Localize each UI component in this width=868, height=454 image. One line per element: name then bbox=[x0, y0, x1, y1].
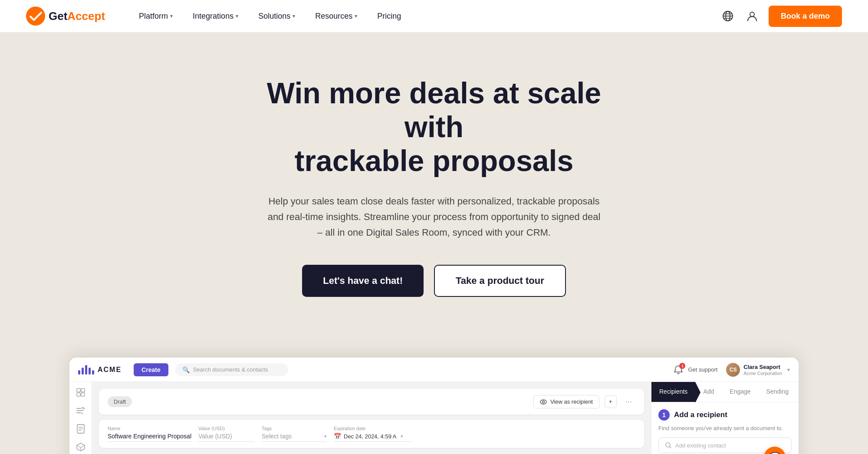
doc-header-right: View as recipient ▾ ··· bbox=[533, 395, 635, 408]
app-main: Draft View as recipient ▾ ··· bbox=[69, 382, 799, 454]
get-support-label: Get support bbox=[688, 366, 717, 373]
expiry-value: Dec 24, 2024, 4:59 A bbox=[344, 433, 396, 440]
doc-field-row: Name Software Engineering Proposal Value… bbox=[108, 426, 635, 442]
add-recipient-heading: Add a recipient bbox=[674, 411, 727, 419]
doc-tags-field: Tags Select tags ▾ bbox=[262, 426, 327, 442]
nav-item-resources[interactable]: Resources ▾ bbox=[307, 8, 365, 24]
svg-rect-9 bbox=[77, 393, 80, 396]
user-chevron-icon: ▾ bbox=[787, 367, 790, 373]
chevron-down-icon: ▾ bbox=[355, 13, 357, 19]
logo-text: GetAccept bbox=[49, 10, 105, 23]
doc-more-button[interactable]: ··· bbox=[622, 395, 635, 408]
hero-buttons: Let's have a chat! Take a product tour bbox=[26, 265, 842, 297]
user-icon[interactable] bbox=[744, 8, 760, 24]
sidebar-icon-document[interactable] bbox=[74, 424, 88, 434]
app-preview: ACME Create 🔍 Search documents & contact… bbox=[69, 358, 799, 454]
svg-point-16 bbox=[540, 400, 546, 404]
right-panel-tabs: Recipients Add Engage Sending bbox=[651, 382, 799, 402]
nav-right: Book a demo bbox=[720, 6, 842, 27]
add-recipient-desc: Find someone you've already sent a docum… bbox=[658, 425, 792, 431]
chevron-down-icon: ▾ bbox=[236, 13, 238, 19]
search-icon: 🔍 bbox=[182, 366, 190, 373]
app-logo: ACME bbox=[78, 365, 122, 375]
doc-panel: Draft View as recipient ▾ ··· bbox=[92, 382, 651, 454]
doc-header: Draft View as recipient ▾ ··· bbox=[99, 389, 644, 415]
get-support-button[interactable]: 1 Get support bbox=[672, 364, 717, 376]
svg-line-19 bbox=[670, 447, 671, 448]
sidebar-icon-arrows[interactable] bbox=[74, 405, 88, 416]
tags-placeholder: Select tags bbox=[262, 433, 292, 440]
right-panel: Recipients Add Engage Sending 1 Ad bbox=[651, 382, 799, 454]
name-value[interactable]: Software Engineering Proposal bbox=[108, 433, 191, 442]
doc-chevron-button[interactable]: ▾ bbox=[605, 395, 617, 408]
tags-chevron-icon: ▾ bbox=[324, 434, 327, 439]
app-logo-bars-icon bbox=[78, 365, 94, 375]
app-preview-wrapper: ACME Create 🔍 Search documents & contact… bbox=[0, 358, 868, 454]
app-create-button[interactable]: Create bbox=[134, 363, 168, 376]
chevron-down-icon: ▾ bbox=[170, 13, 173, 19]
svg-rect-10 bbox=[81, 393, 85, 396]
value-input[interactable]: Value (USD) bbox=[198, 433, 255, 442]
chevron-down-icon: ▾ bbox=[293, 13, 295, 19]
user-info: Clara Seaport Acme Corporation bbox=[743, 364, 782, 376]
name-label: Name bbox=[108, 426, 191, 431]
app-search-placeholder: Search documents & contacts bbox=[193, 366, 268, 373]
app-search-bar[interactable]: 🔍 Search documents & contacts bbox=[175, 363, 288, 376]
hero-title: Win more deals at scale with trackable p… bbox=[239, 76, 629, 178]
value-label: Value (USD) bbox=[198, 426, 255, 431]
notification-bell-icon: 1 bbox=[672, 364, 684, 376]
svg-point-0 bbox=[26, 7, 45, 26]
view-recipient-button[interactable]: View as recipient bbox=[533, 395, 599, 408]
add-recipient-title: 1 Add a recipient bbox=[658, 409, 792, 421]
user-company: Acme Corporation bbox=[743, 371, 782, 376]
svg-point-17 bbox=[542, 401, 544, 403]
nav-item-platform[interactable]: Platform ▾ bbox=[131, 8, 181, 24]
tab-engage[interactable]: Engage bbox=[722, 382, 758, 402]
tab-recipients[interactable]: Recipients bbox=[651, 382, 695, 402]
sidebar-icon-grid[interactable] bbox=[74, 387, 88, 398]
nav-links: Platform ▾ Integrations ▾ Solutions ▾ Re… bbox=[131, 8, 720, 24]
expiry-date[interactable]: 📅 Dec 24, 2024, 4:59 A ▾ bbox=[334, 433, 412, 442]
app-topbar: ACME Create 🔍 Search documents & contact… bbox=[69, 358, 799, 382]
navbar: GetAccept Platform ▾ Integrations ▾ Solu… bbox=[0, 0, 868, 33]
tags-select[interactable]: Select tags ▾ bbox=[262, 433, 327, 442]
doc-fields: Name Software Engineering Proposal Value… bbox=[99, 420, 644, 448]
right-panel-body: 1 Add a recipient Find someone you've al… bbox=[651, 402, 799, 454]
expiry-chevron-icon: ▾ bbox=[401, 434, 403, 439]
draft-badge: Draft bbox=[108, 396, 132, 407]
doc-name-field: Name Software Engineering Proposal bbox=[108, 426, 191, 442]
logo[interactable]: GetAccept bbox=[26, 7, 105, 26]
hero-subtitle: Help your sales team close deals faster … bbox=[265, 194, 603, 241]
tags-label: Tags bbox=[262, 426, 327, 431]
tab-sending[interactable]: Sending bbox=[759, 382, 796, 402]
expiry-label: Expiration date bbox=[334, 426, 412, 431]
user-profile-area[interactable]: CS Clara Seaport Acme Corporation ▾ bbox=[726, 363, 790, 377]
nav-item-solutions[interactable]: Solutions ▾ bbox=[250, 8, 303, 24]
globe-icon[interactable] bbox=[720, 8, 736, 24]
book-demo-button[interactable]: Book a demo bbox=[769, 6, 842, 27]
doc-expiry-field: Expiration date 📅 Dec 24, 2024, 4:59 A ▾ bbox=[334, 426, 412, 442]
nav-item-pricing[interactable]: Pricing bbox=[369, 8, 409, 24]
step-number: 1 bbox=[658, 409, 670, 421]
avatar: CS bbox=[726, 363, 740, 377]
notification-badge: 1 bbox=[679, 363, 685, 369]
user-name: Clara Seaport bbox=[743, 364, 782, 371]
svg-rect-7 bbox=[77, 388, 80, 392]
view-recipient-label: View as recipient bbox=[550, 398, 593, 405]
nav-item-integrations[interactable]: Integrations ▾ bbox=[185, 8, 246, 24]
doc-value-field: Value (USD) Value (USD) bbox=[198, 426, 255, 442]
app-acme-label: ACME bbox=[98, 366, 122, 374]
chat-button[interactable]: Let's have a chat! bbox=[302, 265, 424, 297]
app-topbar-right: 1 Get support CS Clara Seaport Acme Corp… bbox=[672, 363, 790, 377]
tour-button[interactable]: Take a product tour bbox=[434, 265, 566, 297]
svg-point-6 bbox=[750, 12, 754, 16]
sidebar-icon-box[interactable] bbox=[74, 442, 88, 452]
add-contact-placeholder: Add existing contact bbox=[675, 442, 726, 449]
svg-rect-8 bbox=[81, 388, 85, 392]
calendar-icon: 📅 bbox=[334, 433, 341, 440]
app-sidebar bbox=[69, 382, 92, 454]
hero-section: Win more deals at scale with trackable p… bbox=[0, 33, 868, 358]
